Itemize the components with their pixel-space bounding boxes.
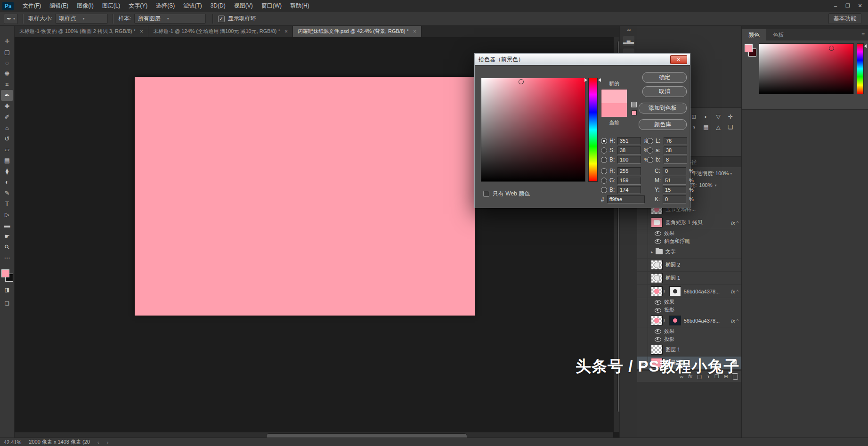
mask-link-icon[interactable]: ∞	[662, 319, 666, 322]
menu-view[interactable]: 视图(V)	[230, 0, 257, 12]
minimize-button[interactable]: –	[829, 0, 842, 12]
y-input[interactable]: 15	[663, 186, 686, 194]
healing-brush-tool[interactable]: ✚	[1, 101, 13, 112]
hue-slider-marker-left[interactable]	[584, 78, 587, 82]
dodge-tool[interactable]: ◐	[1, 177, 13, 187]
menu-select[interactable]: 选择(S)	[152, 0, 179, 12]
collapse-effects-icon[interactable]: ^	[737, 318, 738, 323]
g-input[interactable]: 159	[617, 177, 641, 185]
radio-l[interactable]	[647, 138, 653, 144]
document-tab-1[interactable]: 未标题-1-恢复的 @ 100% (椭圆 2 拷贝 3, RGB/8) * ×	[15, 25, 148, 37]
sample-size-dropdown[interactable]: 取样点 ▾	[55, 14, 108, 24]
opacity-control[interactable]: 不透明度: 100% ▾	[692, 170, 732, 177]
histogram-panel-icon[interactable]: ▂▅▃	[623, 36, 634, 46]
mask-link-icon[interactable]: ∞	[662, 290, 666, 293]
eye-icon[interactable]	[655, 337, 661, 342]
document-tab-3-active[interactable]: 闪耀吧妹纸源文件.psd @ 42.4% (背景, RGB/8) * ×	[293, 25, 422, 37]
menu-file[interactable]: 文件(F)	[18, 0, 45, 12]
dialog-close-button[interactable]: ✕	[670, 55, 687, 64]
layer-effect-row[interactable]: 效果	[637, 327, 742, 335]
visibility-toggle[interactable]	[637, 343, 648, 356]
eye-icon[interactable]	[655, 239, 661, 244]
layer-row[interactable]: 圆角矩形 1 拷贝 fx ^	[637, 216, 742, 229]
foreground-color-swatch[interactable]	[1, 269, 9, 277]
web-colors-only-checkbox[interactable]	[483, 191, 489, 197]
radio-lab-b[interactable]	[647, 157, 653, 163]
layer-effect-row[interactable]: 效果	[637, 298, 742, 306]
sample-layers-dropdown[interactable]: 所有图层 ▾	[134, 14, 206, 24]
cancel-button[interactable]: 取消	[642, 86, 687, 97]
collapse-effects-icon[interactable]: ^	[737, 220, 738, 225]
layer-thumbnail[interactable]	[651, 316, 663, 325]
move-tool[interactable]: ✛	[1, 36, 13, 47]
menu-3d[interactable]: 3D(D)	[206, 0, 230, 12]
threshold-adjustment-icon[interactable]: ▦	[700, 122, 712, 132]
menu-image[interactable]: 图像(I)	[73, 0, 97, 12]
color-field-marker[interactable]	[829, 46, 834, 51]
radio-r[interactable]	[601, 168, 607, 174]
shape-tool[interactable]: ▬	[1, 220, 13, 231]
panel-menu-icon[interactable]: ≡	[861, 32, 865, 38]
radio-g[interactable]	[601, 178, 607, 184]
tab-swatches[interactable]: 色板	[766, 29, 791, 41]
status-next-icon[interactable]: ›	[107, 439, 109, 445]
s-input[interactable]: 38	[617, 146, 641, 154]
hue-saturation-adjustment-icon[interactable]: ◐	[700, 112, 712, 122]
menu-edit[interactable]: 编辑(E)	[45, 0, 73, 12]
layer-row[interactable]: ∞ 56bd04a4378... fx ^	[637, 285, 742, 298]
visibility-toggle[interactable]	[637, 245, 648, 258]
current-color-swatch[interactable]	[601, 103, 627, 117]
eyedropper-tool[interactable]: ✒	[1, 90, 13, 101]
layer-mask-thumbnail[interactable]	[669, 316, 681, 325]
hue-slider[interactable]	[588, 78, 598, 182]
crop-tool[interactable]: ⌗	[1, 79, 13, 90]
layer-mask-thumbnail[interactable]	[669, 286, 681, 296]
l-input[interactable]: 76	[664, 137, 687, 145]
close-icon[interactable]: ×	[140, 28, 143, 35]
foreground-color-swatch[interactable]	[745, 44, 753, 52]
close-button[interactable]: ✕	[854, 0, 866, 12]
document-tab-2[interactable]: 未标题-1 @ 124% (全场通用 满100元 减10元, RGB/8) * …	[148, 25, 293, 37]
b2-input[interactable]: 174	[617, 186, 641, 194]
saturation-brightness-field[interactable]	[481, 78, 585, 182]
menu-window[interactable]: 窗口(W)	[257, 0, 286, 12]
gradient-tool[interactable]: ▤	[1, 155, 13, 166]
clone-stamp-tool[interactable]: ⌂	[1, 122, 13, 133]
current-tool-preset[interactable]: ✒ ▾	[4, 14, 18, 24]
layer-effect-row[interactable]: 投影	[637, 306, 742, 314]
tab-color[interactable]: 颜色	[742, 29, 766, 41]
lab-b-input[interactable]: 8	[664, 156, 687, 164]
hue-ramp-marker[interactable]	[864, 44, 867, 48]
b-input[interactable]: 100	[617, 156, 641, 164]
layer-row[interactable]: 图层 1	[637, 343, 742, 357]
status-prev-icon[interactable]: ‹	[97, 439, 99, 445]
eye-icon[interactable]	[655, 308, 661, 313]
color-balance-adjustment-icon[interactable]: ▽	[712, 112, 724, 122]
eraser-tool[interactable]: ▱	[1, 144, 13, 155]
maximize-button[interactable]: ❐	[842, 0, 854, 12]
hue-ramp[interactable]	[857, 43, 864, 94]
layer-thumbnail[interactable]	[651, 273, 663, 283]
web-safe-cube-icon[interactable]	[631, 102, 637, 107]
canvas-document[interactable]	[135, 77, 475, 316]
workspace-switcher[interactable]: 基本功能	[828, 13, 861, 24]
quick-mask-button[interactable]: ◨	[1, 284, 13, 295]
layer-thumbnail[interactable]	[651, 260, 663, 270]
blur-tool[interactable]: ⧫	[1, 166, 13, 177]
magic-wand-tool[interactable]: ❋	[1, 68, 13, 79]
visibility-toggle[interactable]	[637, 285, 648, 298]
layer-style-badge[interactable]: fx	[731, 289, 735, 294]
a-input[interactable]: 38	[664, 146, 687, 154]
gradient-map-adjustment-icon[interactable]: △	[712, 122, 724, 132]
hex-input[interactable]: ff9fae	[607, 195, 645, 203]
screen-mode-button[interactable]: ❏	[1, 298, 13, 309]
rectangular-marquee-tool[interactable]: ▢	[1, 47, 13, 57]
path-selection-tool[interactable]: ▷	[1, 209, 13, 220]
visibility-toggle[interactable]	[637, 216, 648, 229]
radio-b[interactable]	[601, 157, 607, 163]
menu-type[interactable]: 文字(Y)	[124, 0, 152, 12]
type-tool[interactable]: T	[1, 198, 13, 209]
expand-panels-icon[interactable]: ◂◂	[620, 25, 637, 33]
selective-color-adjustment-icon[interactable]: ❏	[724, 122, 737, 132]
radio-s[interactable]	[601, 147, 607, 154]
